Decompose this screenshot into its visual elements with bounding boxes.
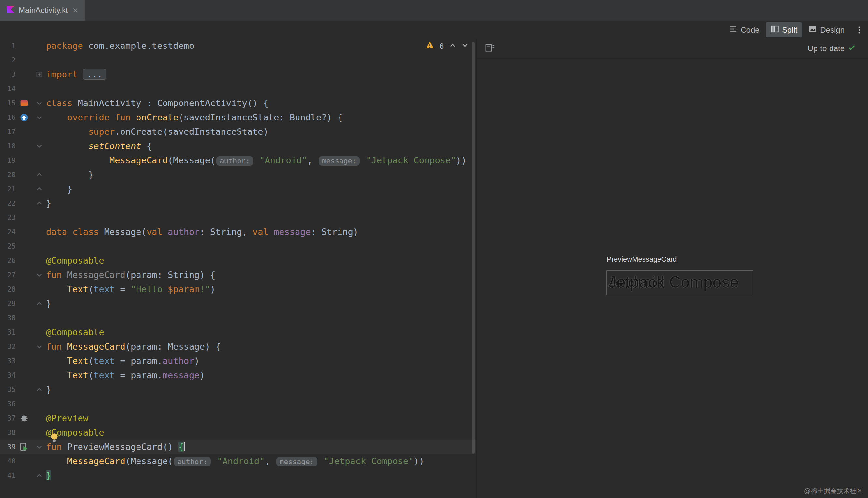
split-view-label: Split: [782, 25, 797, 35]
fold-marker-icon[interactable]: [33, 196, 46, 211]
fold-marker-icon[interactable]: [33, 468, 46, 483]
fold-marker-icon[interactable]: [33, 268, 46, 282]
fold-marker-icon[interactable]: [33, 297, 46, 311]
code-text[interactable]: @Composable: [46, 253, 104, 268]
code-text[interactable]: import ...: [46, 67, 106, 82]
code-text[interactable]: }: [46, 168, 93, 182]
fold-marker-icon[interactable]: [33, 110, 46, 124]
code-line-41[interactable]: 41}: [0, 468, 476, 483]
code-text[interactable]: super.onCreate(savedInstanceState): [46, 124, 268, 139]
code-text[interactable]: fun MessageCard(param: String) {: [46, 268, 215, 282]
code-line-16[interactable]: 16 override fun onCreate(savedInstanceSt…: [0, 110, 476, 124]
code-editor[interactable]: 1package com.example.testdemo23import ..…: [0, 39, 476, 498]
kotlin-file-icon: [7, 6, 14, 15]
code-line-2[interactable]: 2: [0, 53, 476, 67]
line-number: 32: [0, 340, 16, 354]
code-line-31[interactable]: 31@Composable: [0, 325, 476, 340]
code-line-29[interactable]: 29}: [0, 297, 476, 311]
next-warning-icon[interactable]: [461, 42, 469, 51]
code-line-37[interactable]: 37@Preview: [0, 411, 476, 425]
code-line-21[interactable]: 21 }: [0, 182, 476, 196]
code-text[interactable]: fun PreviewMessageCard() {: [46, 440, 185, 454]
code-view-button[interactable]: Code: [724, 23, 764, 37]
code-line-25[interactable]: 25: [0, 239, 476, 253]
preview-layout-icon[interactable]: [485, 43, 495, 54]
gear-gutter-icon[interactable]: [16, 411, 33, 425]
fold-marker-icon[interactable]: [33, 96, 46, 110]
gutter-icon-slot: [16, 340, 33, 354]
fold-marker-icon[interactable]: [33, 139, 46, 153]
code-line-34[interactable]: 34 Text(text = param.message): [0, 368, 476, 382]
code-text[interactable]: @Preview: [46, 411, 88, 425]
preview-render-box[interactable]: Android Jetpack Compose: [607, 271, 753, 295]
code-line-36[interactable]: 36: [0, 397, 476, 411]
code-line-24[interactable]: 24data class Message(val author: String,…: [0, 225, 476, 239]
override-gutter-icon[interactable]: [16, 110, 33, 124]
code-line-40[interactable]: 40 MessageCard(Message(author: "Android"…: [0, 454, 476, 468]
code-text[interactable]: Text(text = "Hello $param!"): [46, 282, 215, 297]
editor-scrollbar[interactable]: [472, 42, 475, 454]
tab-close-icon[interactable]: [72, 8, 78, 13]
code-text[interactable]: MessageCard(Message(author: "Android", m…: [46, 153, 467, 168]
split-view-button[interactable]: Split: [766, 23, 802, 37]
code-line-18[interactable]: 18 setContent {: [0, 139, 476, 153]
gutter-icon-slot: [16, 297, 33, 311]
code-line-1[interactable]: 1package com.example.testdemo: [0, 39, 476, 53]
fold-marker-icon[interactable]: [33, 382, 46, 397]
code-text[interactable]: @Composable: [46, 325, 104, 340]
code-text[interactable]: Text(text = param.author): [46, 354, 200, 368]
code-text[interactable]: Text(text = param.message): [46, 368, 205, 382]
code-line-32[interactable]: 32fun MessageCard(param: Message) {: [0, 340, 476, 354]
code-line-27[interactable]: 27fun MessageCard(param: String) {: [0, 268, 476, 282]
warning-count[interactable]: 6: [439, 42, 444, 51]
code-text[interactable]: }: [46, 382, 51, 397]
code-line-23[interactable]: 23: [0, 211, 476, 225]
more-options-icon[interactable]: [855, 26, 864, 34]
code-text[interactable]: override fun onCreate(savedInstanceState…: [46, 110, 343, 124]
gutter-icon-slot: [16, 82, 33, 96]
code-text[interactable]: fun MessageCard(param: Message) {: [46, 340, 220, 354]
preview-status: Up-to-date: [808, 44, 856, 53]
code-line-35[interactable]: 35}: [0, 382, 476, 397]
line-number: 25: [0, 239, 16, 253]
code-text[interactable]: }: [46, 468, 51, 483]
tab-mainactivity[interactable]: MainActivity.kt: [0, 0, 85, 21]
code-line-26[interactable]: 26@Composable: [0, 253, 476, 268]
code-line-28[interactable]: 28 Text(text = "Hello $param!"): [0, 282, 476, 297]
run-gutter-icon[interactable]: [16, 440, 33, 454]
code-line-30[interactable]: 30: [0, 311, 476, 325]
editor-tab-bar: MainActivity.kt: [0, 0, 868, 21]
classicn-gutter-icon[interactable]: [16, 96, 33, 110]
code-text[interactable]: package com.example.testdemo: [46, 39, 194, 53]
code-text[interactable]: setContent {: [46, 139, 152, 153]
preview-component-label[interactable]: PreviewMessageCard: [607, 255, 677, 264]
prev-warning-icon[interactable]: [449, 42, 456, 51]
code-line-33[interactable]: 33 Text(text = param.author): [0, 354, 476, 368]
code-line-39[interactable]: 39fun PreviewMessageCard() {: [0, 440, 476, 454]
fold-marker-slot: [33, 368, 46, 382]
line-number: 16: [0, 110, 16, 124]
design-view-button[interactable]: Design: [804, 23, 849, 37]
fold-marker-icon[interactable]: [33, 340, 46, 354]
code-text[interactable]: data class Message(val author: String, v…: [46, 225, 358, 239]
code-line-17[interactable]: 17 super.onCreate(savedInstanceState): [0, 124, 476, 139]
fold-marker-icon[interactable]: [33, 440, 46, 454]
code-line-20[interactable]: 20 }: [0, 168, 476, 182]
intention-bulb-icon[interactable]: [49, 432, 60, 443]
code-text[interactable]: MessageCard(Message(author: "Android", m…: [46, 454, 424, 468]
fold-marker-icon[interactable]: [33, 67, 46, 82]
fold-marker-icon[interactable]: [33, 182, 46, 196]
code-line-14[interactable]: 14: [0, 82, 476, 96]
code-line-38[interactable]: 38@Composable: [0, 425, 476, 440]
code-text[interactable]: }: [46, 182, 72, 196]
code-line-19[interactable]: 19 MessageCard(Message(author: "Android"…: [0, 153, 476, 168]
code-text[interactable]: }: [46, 196, 51, 211]
fold-marker-slot: [33, 454, 46, 468]
code-text[interactable]: }: [46, 297, 51, 311]
code-text[interactable]: class MainActivity : ComponentActivity()…: [46, 96, 268, 110]
code-line-3[interactable]: 3import ...: [0, 67, 476, 82]
code-line-15[interactable]: 15class MainActivity : ComponentActivity…: [0, 96, 476, 110]
fold-marker-icon[interactable]: [33, 168, 46, 182]
line-number: 36: [0, 397, 16, 411]
code-line-22[interactable]: 22}: [0, 196, 476, 211]
